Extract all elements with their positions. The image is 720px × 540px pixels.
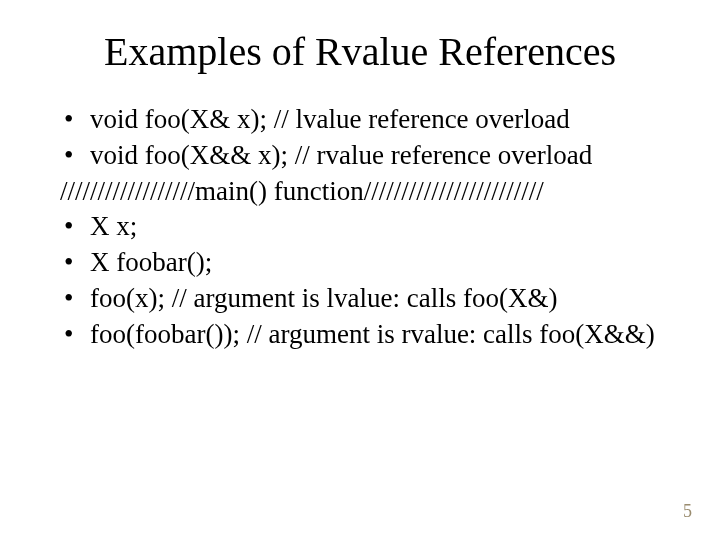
slide-title: Examples of Rvalue References	[60, 28, 660, 75]
slide: Examples of Rvalue References void foo(X…	[0, 0, 720, 540]
slide-body: void foo(X& x); // lvalue reference over…	[60, 103, 660, 351]
separator-line: //////////////////main() function///////…	[60, 175, 660, 209]
bullet-line: foo(foobar()); // argument is rvalue: ca…	[60, 318, 660, 352]
bullet-list-top: void foo(X& x); // lvalue reference over…	[60, 103, 660, 173]
bullet-line: X x;	[60, 210, 660, 244]
bullet-line: void foo(X&& x); // rvalue reference ove…	[60, 139, 660, 173]
page-number: 5	[683, 501, 692, 522]
bullet-line: foo(x); // argument is lvalue: calls foo…	[60, 282, 660, 316]
bullet-list-bottom: X x; X foobar(); foo(x); // argument is …	[60, 210, 660, 351]
bullet-line: void foo(X& x); // lvalue reference over…	[60, 103, 660, 137]
bullet-line: X foobar();	[60, 246, 660, 280]
